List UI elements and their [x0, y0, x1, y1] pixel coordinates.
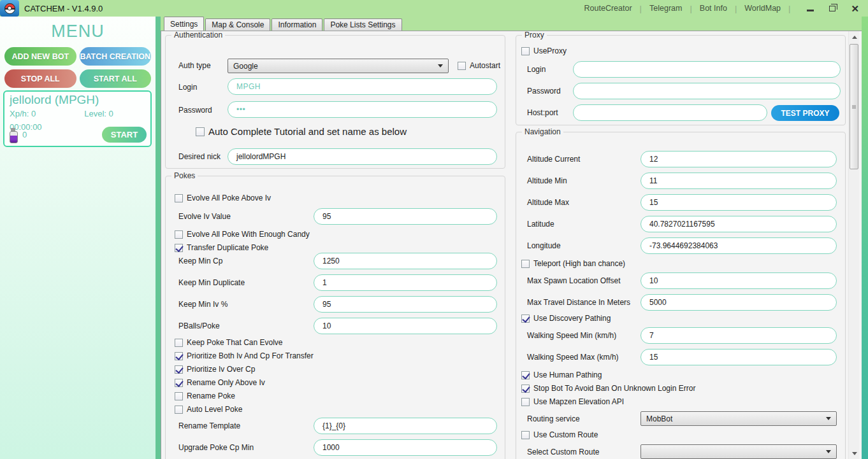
- link-botinfo[interactable]: Bot Info: [700, 4, 727, 13]
- proxy-login-input[interactable]: [573, 61, 841, 78]
- routing-service-select[interactable]: MobBot: [640, 411, 837, 426]
- use-discovery-pathing-checkbox[interactable]: Use Discovery Pathing: [521, 314, 611, 323]
- proxy-hostport-input[interactable]: [573, 104, 767, 121]
- autostart-checkbox[interactable]: Autostart: [458, 61, 500, 70]
- navigation-legend: Navigation: [522, 127, 563, 136]
- walking-speed-max-input[interactable]: 15: [640, 349, 837, 365]
- max-travel-distance-input[interactable]: 5000: [640, 294, 837, 311]
- tab-poke-lists-settings[interactable]: Poke Lists Settings: [324, 18, 401, 31]
- upgrade-cp-min-input[interactable]: 1000: [314, 439, 497, 456]
- altitude-min-label: Altitude Min: [527, 176, 567, 185]
- evolve-all-above-iv-checkbox[interactable]: Evolve All Poke Above Iv: [175, 194, 271, 202]
- longitude-input[interactable]: -73.9644692384063: [640, 237, 837, 254]
- link-separator: |: [735, 4, 737, 13]
- prioritize-both-checkbox[interactable]: Prioritize Both Iv And Cp For Transfer: [175, 351, 314, 360]
- auth-type-label: Auth type: [178, 61, 211, 70]
- link-separator: |: [788, 4, 790, 13]
- evolve-with-candy-checkbox[interactable]: Evolve All Poke With Enough Candy: [175, 230, 310, 239]
- proxy-password-label: Password: [527, 87, 561, 95]
- keep-min-cp-input[interactable]: 1250: [314, 253, 497, 269]
- desired-nick-label: Desired nick: [178, 152, 221, 161]
- start-all-button[interactable]: START ALL: [80, 69, 152, 88]
- scrollbar-grip-icon: [852, 104, 856, 109]
- pballs-poke-label: PBalls/Poke: [178, 321, 220, 330]
- restore-button[interactable]: [829, 6, 835, 11]
- scrollbar-thumb[interactable]: [850, 44, 858, 169]
- stop-bot-avoid-ban-checkbox[interactable]: Stop Bot To Avoid Ban On Unknown Login E…: [521, 384, 695, 393]
- scroll-up-button[interactable]: [850, 32, 859, 42]
- checkbox-box: [521, 47, 530, 55]
- altitude-current-input[interactable]: 12: [640, 151, 837, 167]
- walking-speed-min-input[interactable]: 7: [640, 327, 837, 344]
- pballs-poke-input[interactable]: 10: [314, 318, 497, 334]
- tab-map-console[interactable]: Map & Console: [205, 18, 270, 31]
- select-custom-route-label: Select Custom Route: [527, 448, 599, 456]
- password-input[interactable]: •••: [228, 101, 497, 118]
- checkbox-box: [175, 230, 183, 239]
- tab-information[interactable]: Information: [271, 18, 322, 31]
- link-telegram[interactable]: Telegram: [649, 4, 682, 13]
- proxy-password-input[interactable]: [573, 83, 841, 99]
- tab-settings[interactable]: Settings: [164, 17, 204, 31]
- rename-poke-checkbox[interactable]: Rename Poke: [175, 392, 235, 400]
- close-button[interactable]: ✕: [851, 4, 859, 13]
- scroll-down-button[interactable]: [850, 448, 859, 458]
- latitude-input[interactable]: 40.7827021167595: [640, 216, 837, 232]
- use-custom-route-checkbox[interactable]: Use Custom Route: [521, 430, 598, 439]
- keep-can-evolve-checkbox[interactable]: Keep Poke That Can Evolve: [175, 338, 283, 347]
- link-worldmap[interactable]: WorldMap: [744, 4, 781, 13]
- bot-card[interactable]: jellolord (MPGH) Xp/h: 0 Level: 0 00:00:…: [3, 90, 152, 147]
- auth-type-select[interactable]: Google: [228, 59, 449, 73]
- minimize-button[interactable]: [807, 10, 814, 11]
- chevron-down-icon: [826, 417, 831, 420]
- window-right-border: [862, 17, 868, 459]
- altitude-min-input[interactable]: 11: [640, 173, 837, 189]
- proxy-group: Proxy UseProxy Login Password Host:port …: [516, 35, 846, 125]
- proxy-hostport-label: Host:port: [527, 108, 558, 117]
- checkbox-box: [196, 127, 205, 136]
- login-input[interactable]: MPGH: [228, 78, 497, 95]
- select-custom-route-select[interactable]: [640, 444, 837, 459]
- checkbox-box: [521, 371, 530, 379]
- rename-only-above-checkbox[interactable]: Rename Only Above Iv: [175, 378, 265, 387]
- proxy-login-label: Login: [527, 65, 546, 74]
- max-spawn-offset-input[interactable]: 10: [640, 272, 837, 289]
- transfer-duplicate-checkbox[interactable]: Transfer Duplicate Poke: [175, 243, 268, 252]
- checkbox-box: [521, 431, 530, 439]
- desired-nick-input[interactable]: jellolordMPGH: [228, 148, 497, 165]
- stop-all-button[interactable]: STOP ALL: [4, 69, 76, 88]
- prioritize-iv-checkbox[interactable]: Prioritize Iv Over Cp: [175, 365, 255, 374]
- checkbox-box: [175, 379, 183, 387]
- max-spawn-offset-label: Max Spawn Location Offset: [527, 276, 621, 285]
- use-mapzen-checkbox[interactable]: Use Mapzen Elevation API: [521, 397, 624, 406]
- teleport-checkbox[interactable]: Teleport (High ban chance): [521, 259, 625, 268]
- checkbox-box: [175, 365, 183, 374]
- keep-min-duplicate-input[interactable]: 1: [314, 274, 497, 291]
- keep-min-iv-input[interactable]: 95: [314, 296, 497, 313]
- auto-level-checkbox[interactable]: Auto Level Poke: [175, 405, 242, 414]
- test-proxy-button[interactable]: TEST PROXY: [771, 105, 839, 121]
- title-bar: CATCHEM - V1.4.9.0 RouteCreator | Telegr…: [0, 0, 868, 17]
- rename-template-label: Rename Template: [178, 421, 240, 430]
- app-window: CATCHEM - V1.4.9.0 RouteCreator | Telegr…: [0, 0, 868, 459]
- altitude-max-input[interactable]: 15: [640, 194, 837, 211]
- use-human-pathing-checkbox[interactable]: Use Human Pathing: [521, 371, 602, 379]
- bot-name: jellolord (MPGH): [10, 93, 145, 107]
- evolve-iv-value-label: Evolve Iv Value: [178, 212, 231, 221]
- add-new-bot-button[interactable]: ADD NEW BOT: [4, 47, 76, 66]
- arrow-up-icon: [852, 36, 857, 39]
- bot-stats: Xp/h: 0 Level: 0: [10, 109, 145, 118]
- bot-start-button[interactable]: START: [102, 127, 147, 143]
- batch-creation-button[interactable]: BATCH CREATION: [80, 47, 152, 66]
- altitude-current-label: Altitude Current: [527, 155, 580, 164]
- keep-min-cp-label: Keep Min Cp: [178, 257, 222, 265]
- checkbox-box: [175, 194, 183, 202]
- use-proxy-checkbox[interactable]: UseProxy: [521, 46, 567, 55]
- checkbox-box: [521, 385, 530, 393]
- auto-complete-tutorial-checkbox[interactable]: Auto Complete Tutorial and set name as b…: [196, 126, 407, 137]
- tab-strip: Settings Map & Console Information Poke …: [161, 17, 862, 31]
- link-routecreator[interactable]: RouteCreator: [584, 4, 632, 13]
- rename-template-input[interactable]: {1}_{0}: [314, 418, 497, 434]
- vertical-scrollbar[interactable]: [848, 31, 859, 459]
- evolve-iv-value-input[interactable]: 95: [314, 208, 497, 225]
